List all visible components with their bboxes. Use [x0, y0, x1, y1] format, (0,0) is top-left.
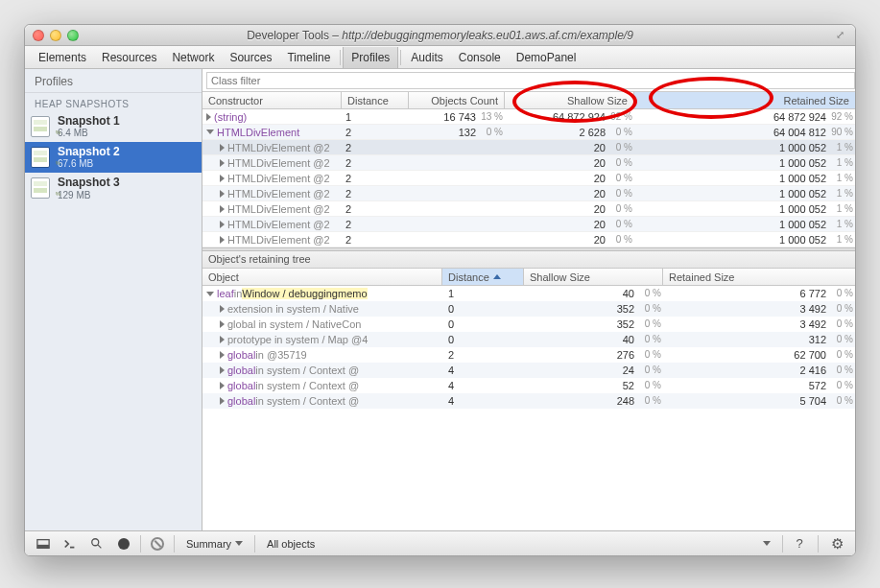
expand-triangle-icon[interactable]: [220, 159, 225, 167]
svg-line-4: [98, 544, 102, 548]
panel-tabs: Elements Resources Network Sources Timel…: [25, 46, 855, 69]
expand-triangle-icon[interactable]: [220, 351, 225, 359]
tab-console[interactable]: Console: [451, 47, 509, 68]
table-row[interactable]: HTMLDivElement @22200 %1 000 0521 %: [202, 140, 855, 155]
expand-triangle-icon[interactable]: [206, 113, 211, 121]
table-row[interactable]: HTMLDivElement @22200 %1 000 0521 %: [202, 217, 855, 232]
titlebar: Developer Tools – http://debuggingmemory…: [25, 25, 855, 46]
table-row[interactable]: global in @3571922760 %62 7000 %: [202, 347, 855, 363]
snapshot-size: 6.4 MB: [58, 128, 120, 138]
expand-triangle-icon[interactable]: [220, 320, 225, 328]
separator: [140, 535, 141, 553]
separator: [818, 535, 819, 553]
snapshot-item-3[interactable]: % Snapshot 3 129 MB: [25, 173, 202, 203]
table-row[interactable]: global in system / Context @42480 %5 704…: [202, 393, 855, 409]
expand-triangle-icon[interactable]: [220, 175, 225, 182]
chevron-down-icon: [763, 541, 771, 546]
table-row[interactable]: HTMLDivElement @22200 %1 000 0521 %: [202, 201, 855, 217]
gear-icon[interactable]: ⚙: [824, 534, 849, 553]
devtools-window: Developer Tools – http://debuggingmemory…: [24, 24, 856, 556]
col-constructor[interactable]: Constructor: [202, 92, 342, 108]
table-row[interactable]: HTMLDivElement21320 %2 6280 %64 004 8129…: [202, 125, 855, 140]
tab-sources[interactable]: Sources: [222, 47, 279, 68]
expand-triangle-icon[interactable]: [206, 292, 214, 296]
expand-triangle-icon[interactable]: [220, 336, 225, 343]
sidebar-title: Profiles: [25, 69, 202, 93]
col-distance2[interactable]: Distance: [442, 269, 524, 285]
table-row[interactable]: HTMLDivElement @22200 %1 000 0521 %: [202, 186, 855, 201]
col-retained-size[interactable]: Retained Size: [634, 92, 855, 108]
tab-elements[interactable]: Elements: [31, 47, 94, 68]
dock-icon[interactable]: [31, 534, 56, 553]
class-filter-input[interactable]: [206, 72, 855, 89]
columns-header: Constructor Distance Objects Count Shall…: [202, 92, 855, 109]
console-icon[interactable]: [58, 534, 83, 553]
record-icon[interactable]: [111, 534, 136, 553]
table-row[interactable]: HTMLDivElement @22200 %1 000 0521 %: [202, 232, 855, 247]
col-distance[interactable]: Distance: [342, 92, 409, 108]
tab-resources[interactable]: Resources: [94, 47, 164, 68]
expand-triangle-icon[interactable]: [220, 397, 225, 405]
snapshot-size: 67.6 MB: [58, 158, 120, 169]
row-label: HTMLDivElement @2: [227, 234, 330, 246]
table-row[interactable]: global in system / Context @4240 %2 4160…: [202, 363, 855, 378]
table-row[interactable]: leaf in Window / debuggingmemo1400 %6 77…: [202, 286, 855, 301]
snapshot-name: Snapshot 1: [58, 115, 120, 128]
snapshot-icon: %: [31, 147, 50, 168]
table-row[interactable]: global in system / NativeCon03520 %3 492…: [202, 317, 855, 332]
expand-triangle-icon[interactable]: [220, 205, 225, 213]
col-objects-count[interactable]: Objects Count: [409, 92, 505, 108]
popout-icon[interactable]: ⤢: [836, 29, 849, 42]
retaining-tree-title: Object's retaining tree: [202, 251, 855, 269]
table-row[interactable]: extension in system / Native03520 %3 492…: [202, 301, 855, 317]
filter-row: [202, 69, 855, 92]
snapshot-item-1[interactable]: % Snapshot 1 6.4 MB: [25, 111, 202, 142]
separator: [340, 50, 341, 65]
table-row[interactable]: global in system / Context @4520 %5720 %: [202, 378, 855, 393]
separator: [254, 535, 255, 553]
tab-profiles[interactable]: Profiles: [343, 47, 398, 68]
snapshot-item-2[interactable]: % Snapshot 2 67.6 MB: [25, 142, 202, 173]
table-row[interactable]: HTMLDivElement @22200 %1 000 0521 %: [202, 155, 855, 171]
bottom-toolbar: Summary All objects ? ⚙: [25, 530, 855, 555]
col-shallow-size[interactable]: Shallow Size: [505, 92, 634, 108]
row-label: HTMLDivElement: [217, 127, 299, 138]
window-title: Developer Tools – http://debuggingmemory…: [25, 29, 855, 42]
sidebar: Profiles HEAP SNAPSHOTS % Snapshot 1 6.4…: [25, 69, 202, 530]
main-panel: Constructor Distance Objects Count Shall…: [202, 69, 855, 530]
expand-triangle-icon[interactable]: [220, 305, 225, 313]
clear-icon[interactable]: [145, 534, 170, 553]
tab-demopanel[interactable]: DemoPanel: [509, 47, 584, 68]
table-row[interactable]: HTMLDivElement @22200 %1 000 0521 %: [202, 171, 855, 186]
table-row[interactable]: (string)116 74313 %64 872 92492 %64 872 …: [202, 109, 855, 125]
minimize-icon[interactable]: [50, 30, 61, 41]
tab-audits[interactable]: Audits: [403, 47, 450, 68]
filter-select-allobjects[interactable]: All objects: [259, 538, 778, 550]
tab-network[interactable]: Network: [164, 47, 222, 68]
expand-triangle-icon[interactable]: [220, 236, 225, 244]
expand-triangle-icon[interactable]: [206, 129, 214, 134]
view-select-summary[interactable]: Summary: [178, 538, 250, 550]
row-label: HTMLDivElement @2: [227, 188, 330, 200]
col-object[interactable]: Object: [202, 269, 442, 285]
expand-triangle-icon[interactable]: [220, 366, 225, 374]
expand-triangle-icon[interactable]: [220, 221, 225, 228]
search-icon[interactable]: [84, 534, 109, 553]
separator: [782, 535, 783, 553]
snapshot-size: 129 MB: [58, 190, 120, 200]
col-shallow2[interactable]: Shallow Size: [524, 269, 663, 285]
sort-arrow-icon: [493, 274, 501, 279]
table-row[interactable]: prototype in system / Map @40400 %3120 %: [202, 332, 855, 347]
col-retained2[interactable]: Retained Size: [663, 269, 855, 285]
row-label: HTMLDivElement @2: [227, 142, 330, 153]
expand-triangle-icon[interactable]: [220, 144, 225, 152]
help-icon[interactable]: ?: [787, 534, 812, 553]
close-icon[interactable]: [33, 30, 44, 41]
expand-triangle-icon[interactable]: [220, 190, 225, 198]
zoom-icon[interactable]: [67, 30, 79, 41]
row-label: HTMLDivElement @2: [227, 203, 330, 215]
sidebar-section-heap: HEAP SNAPSHOTS: [25, 93, 202, 111]
tab-timeline[interactable]: Timeline: [279, 47, 338, 68]
retaining-columns: Object Distance Shallow Size Retained Si…: [202, 269, 855, 286]
expand-triangle-icon[interactable]: [220, 382, 225, 389]
